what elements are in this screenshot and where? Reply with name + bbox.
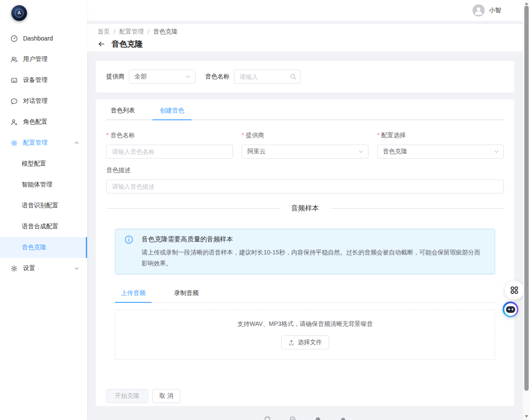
form-actions: 开始克隆 取 消 bbox=[106, 389, 504, 403]
config-select-label: *配置选择 bbox=[377, 132, 504, 139]
audio-source-tabs: 上传音频 录制音频 bbox=[115, 287, 495, 303]
alert-title: 音色克隆需要高质量的音频样本 bbox=[142, 234, 484, 244]
config-select[interactable]: 音色克隆 bbox=[377, 145, 504, 159]
divider-line bbox=[331, 208, 504, 209]
sidebar-subitem-label: 语音识别配置 bbox=[22, 202, 58, 210]
provider-filter-select[interactable]: 全部 bbox=[129, 70, 196, 84]
users-icon bbox=[10, 56, 18, 63]
scrollbar-thumb[interactable] bbox=[524, 6, 529, 391]
breadcrumb-current: 音色克隆 bbox=[153, 28, 178, 36]
tab-record-audio[interactable]: 录制音频 bbox=[168, 287, 205, 302]
create-voice-form: *音色名称 *提供商 阿里云 bbox=[106, 132, 504, 159]
config-select-field: *配置选择 音色克隆 bbox=[377, 132, 504, 159]
globe-icon[interactable] bbox=[340, 415, 347, 420]
sidebar-subitem-label: 音色克隆 bbox=[22, 244, 46, 251]
upload-icon bbox=[288, 339, 294, 345]
breadcrumb-link-config-management[interactable]: 配置管理 bbox=[119, 28, 144, 36]
tab-create-voice[interactable]: 创建音色 bbox=[152, 105, 192, 119]
scrollbar-down-arrow[interactable] bbox=[525, 415, 528, 418]
voice-desc-label: 音色描述 bbox=[106, 166, 504, 174]
provider-select-value: 阿里云 bbox=[247, 148, 266, 156]
required-mark: * bbox=[106, 132, 108, 139]
robot-eye-left bbox=[508, 308, 510, 310]
sidebar-subitem-tts-config[interactable]: 语音合成配置 bbox=[0, 216, 87, 237]
voice-name-field: *音色名称 bbox=[106, 132, 233, 159]
required-mark: * bbox=[242, 132, 244, 139]
sidebar-item-label: 设置 bbox=[23, 264, 74, 272]
scrollbar-up-arrow[interactable] bbox=[525, 2, 528, 5]
chevron-down-icon bbox=[358, 149, 364, 154]
audio-upload-dropzone[interactable]: 支持WAV、MP3格式，请确保音频清晰无背景噪音 选择文件 bbox=[115, 310, 495, 360]
page-title: 音色克隆 bbox=[111, 39, 143, 49]
voice-name-input[interactable] bbox=[106, 145, 233, 159]
sidebar-subitem-agent-management[interactable]: 智能体管理 bbox=[0, 174, 87, 195]
config-select-value: 音色克隆 bbox=[383, 148, 407, 156]
dashboard-icon bbox=[10, 35, 18, 42]
voice-name-filter-label: 音色名称 bbox=[205, 73, 230, 81]
topbar: 小智 bbox=[87, 0, 523, 21]
gear-icon bbox=[10, 139, 18, 147]
sidebar-item-user-management[interactable]: 用户管理 bbox=[0, 49, 87, 70]
sidebar-item-label: 设备管理 bbox=[23, 76, 79, 84]
provider-filter-label: 提供商 bbox=[106, 73, 125, 81]
provider-field: *提供商 阿里云 bbox=[242, 132, 368, 159]
sidebar-item-dashboard[interactable]: Dashboard bbox=[0, 28, 87, 49]
required-mark: * bbox=[377, 132, 379, 139]
sidebar-item-label: 对话管理 bbox=[23, 97, 79, 105]
sidebar-item-role-config[interactable]: 角色配置 bbox=[0, 112, 87, 132]
robot-eye-right bbox=[511, 308, 513, 311]
sidebar-subitem-voice-clone[interactable]: 音色克隆 bbox=[0, 237, 87, 258]
sidebar-subitem-label: 模型配置 bbox=[22, 160, 46, 168]
footer-social-links bbox=[96, 415, 514, 420]
assistant-button-inner bbox=[504, 303, 517, 316]
apps-launcher-button[interactable] bbox=[505, 281, 524, 300]
sidebar-subitem-label: 智能体管理 bbox=[22, 181, 52, 189]
user-menu[interactable]: 小智 bbox=[473, 4, 501, 17]
back-arrow-icon[interactable] bbox=[98, 40, 105, 48]
app-logo-letter: A bbox=[17, 11, 20, 15]
grid-circles-icon bbox=[510, 285, 519, 295]
breadcrumb-link-home[interactable]: 首页 bbox=[98, 28, 110, 36]
sidebar-item-label: 用户管理 bbox=[23, 55, 79, 63]
chevron-down-icon bbox=[494, 149, 499, 154]
user-icon[interactable] bbox=[314, 415, 321, 420]
sidebar-item-dialog-management[interactable]: 对话管理 bbox=[0, 91, 87, 112]
assistant-button[interactable] bbox=[503, 301, 518, 317]
sidebar-item-label: 配置管理 bbox=[23, 139, 74, 147]
audio-sample-divider: 音频样本 bbox=[106, 204, 504, 213]
start-clone-button[interactable]: 开始克隆 bbox=[106, 389, 148, 403]
community-icon[interactable] bbox=[289, 415, 296, 420]
tab-voice-list[interactable]: 音色列表 bbox=[106, 105, 139, 119]
main-tabs: 音色列表 创建音色 bbox=[106, 105, 504, 120]
sidebar-subitem-asr-config[interactable]: 语音识别配置 bbox=[0, 195, 87, 216]
app-logo[interactable]: A bbox=[0, 0, 87, 24]
voice-name-search bbox=[234, 70, 300, 84]
info-circle-icon bbox=[125, 235, 133, 244]
title-row: 音色克隆 bbox=[98, 39, 513, 49]
tab-upload-audio[interactable]: 上传音频 bbox=[115, 287, 152, 302]
alert-body: 请上传或录制一段清晰的语音样本，建议时长10-15秒，内容保持平稳自然。过长的音… bbox=[142, 247, 484, 269]
filter-card: 提供商 全部 音色名称 bbox=[96, 61, 514, 92]
breadcrumb-separator: / bbox=[114, 28, 115, 35]
device-icon bbox=[10, 77, 18, 84]
cancel-button[interactable]: 取 消 bbox=[152, 389, 180, 403]
sidebar-item-settings[interactable]: 设置 bbox=[0, 258, 87, 279]
sidebar-item-device-management[interactable]: 设备管理 bbox=[0, 70, 87, 91]
divider-line bbox=[106, 208, 280, 209]
sidebar-item-config-management[interactable]: 配置管理 bbox=[0, 132, 87, 153]
sidebar-subitem-model-config[interactable]: 模型配置 bbox=[0, 153, 87, 174]
voice-name-label: *音色名称 bbox=[106, 132, 233, 139]
app-logo-ring: A bbox=[15, 9, 24, 17]
breadcrumb: 首页 / 配置管理 / 音色克隆 bbox=[98, 28, 513, 36]
provider-select[interactable]: 阿里云 bbox=[242, 145, 368, 159]
choose-file-button[interactable]: 选择文件 bbox=[281, 335, 329, 349]
github-icon[interactable] bbox=[264, 415, 271, 420]
search-icon[interactable] bbox=[290, 74, 296, 80]
chat-icon bbox=[10, 98, 18, 105]
user-name: 小智 bbox=[489, 7, 501, 14]
chevron-up-icon bbox=[74, 140, 79, 146]
role-icon bbox=[10, 119, 18, 126]
voice-desc-input[interactable] bbox=[106, 180, 504, 193]
provider-label: *提供商 bbox=[242, 132, 368, 139]
sidebar-subitem-label: 语音合成配置 bbox=[22, 223, 58, 230]
